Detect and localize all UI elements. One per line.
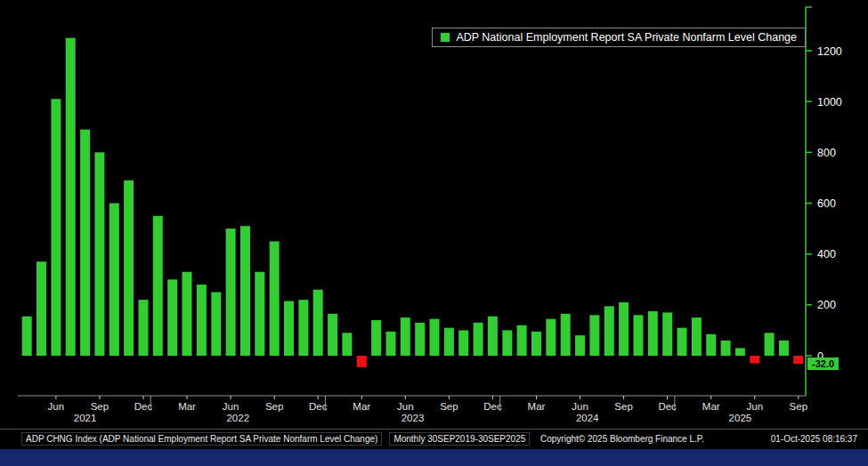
x-tick-label: Jun xyxy=(572,401,588,412)
x-year-label: 2023 xyxy=(402,413,425,423)
bar xyxy=(66,38,76,356)
bar xyxy=(575,335,585,356)
bar xyxy=(692,317,702,356)
bar xyxy=(458,330,468,356)
bar xyxy=(488,317,498,356)
x-tick-label: Mar xyxy=(528,401,546,412)
bar xyxy=(415,323,425,356)
bar xyxy=(779,341,789,356)
bar xyxy=(371,320,381,356)
bar xyxy=(430,319,440,356)
bar xyxy=(765,333,775,356)
bar xyxy=(517,325,527,356)
bar xyxy=(226,229,236,356)
bloomberg-chart-window: 020040060080010001200JunSepDecMarJunSepD… xyxy=(0,0,868,466)
bar xyxy=(211,293,221,357)
last-value-badge: -32.0 xyxy=(807,358,839,370)
bar xyxy=(255,272,264,356)
bar xyxy=(793,356,803,364)
bar xyxy=(313,290,323,356)
y-tick-label: 600 xyxy=(817,197,836,210)
bar xyxy=(110,204,119,357)
bar xyxy=(648,311,658,356)
x-year-label: 2022 xyxy=(226,413,249,423)
bar xyxy=(342,333,352,356)
status-bar: ADP CHNG Index (ADP National Employment … xyxy=(0,430,868,447)
chart-svg: 020040060080010001200JunSepDecMarJunSepD… xyxy=(0,0,868,429)
bar xyxy=(94,152,104,356)
bar xyxy=(284,301,294,357)
bar xyxy=(444,328,454,356)
y-tick-label: 200 xyxy=(817,299,836,311)
footer-divider xyxy=(0,429,868,430)
bar xyxy=(546,319,556,356)
bar xyxy=(197,285,207,356)
x-tick-label: Sep xyxy=(91,401,109,412)
x-tick-label: Sep xyxy=(440,401,458,412)
y-tick-label: 800 xyxy=(817,147,836,159)
bar xyxy=(183,272,192,356)
bar xyxy=(604,306,614,356)
timestamp: 01-Oct-2025 08:16:37 xyxy=(771,434,857,444)
bar xyxy=(677,328,687,356)
x-tick-label: Jun xyxy=(223,401,239,412)
bar xyxy=(502,330,512,356)
periodicity-range: Monthly 30SEP2019-30SEP2025 xyxy=(389,432,530,446)
bar xyxy=(124,181,134,356)
x-tick-label: Dec xyxy=(483,401,502,412)
bar xyxy=(328,314,337,356)
bar xyxy=(37,261,46,356)
bar xyxy=(750,356,759,364)
x-tick-label: Mar xyxy=(178,401,196,412)
y-tick-label: 1000 xyxy=(817,96,842,108)
bar xyxy=(153,216,163,356)
bar xyxy=(662,312,672,356)
x-tick-label: Sep xyxy=(265,401,283,412)
bar xyxy=(401,317,410,356)
x-tick-label: Sep xyxy=(614,401,632,412)
x-tick-label: Dec xyxy=(309,401,328,412)
x-year-label: 2025 xyxy=(729,413,752,423)
x-tick-label: Jun xyxy=(397,401,414,412)
x-tick-label: Dec xyxy=(658,401,677,412)
bar xyxy=(474,323,483,356)
ticker-description: ADP CHNG Index (ADP National Employment … xyxy=(21,432,382,446)
bar xyxy=(80,130,90,356)
bar xyxy=(270,241,280,356)
x-tick-label: Mar xyxy=(702,401,720,412)
y-tick-label: 1200 xyxy=(817,45,842,58)
bar xyxy=(706,334,716,356)
x-year-label: 2021 xyxy=(74,413,97,423)
legend-label: ADP National Employment Report SA Privat… xyxy=(456,31,797,44)
bar xyxy=(51,99,61,356)
footer-left-group: ADP CHNG Index (ADP National Employment … xyxy=(21,432,530,446)
x-tick-label: Sep xyxy=(790,401,807,412)
bar xyxy=(139,300,149,356)
bar xyxy=(589,315,599,356)
bar xyxy=(561,314,571,356)
bar xyxy=(167,279,177,356)
x-tick-label: Jun xyxy=(48,401,65,412)
bar xyxy=(240,226,250,356)
x-year-label: 2024 xyxy=(576,413,599,423)
bar xyxy=(22,317,32,356)
chart-legend: ADP National Employment Report SA Privat… xyxy=(432,28,806,47)
bar xyxy=(634,315,644,356)
bar xyxy=(298,300,308,356)
copyright-text: Copyright© 2025 Bloomberg Finance L.P. xyxy=(540,434,704,444)
taskbar xyxy=(0,449,868,466)
bar xyxy=(386,332,396,356)
x-tick-label: Mar xyxy=(353,401,370,412)
bar xyxy=(721,341,731,356)
bar xyxy=(735,348,745,356)
y-tick-label: 400 xyxy=(817,248,836,261)
bar xyxy=(531,332,541,356)
x-tick-label: Jun xyxy=(746,401,763,412)
legend-swatch-icon xyxy=(441,33,450,42)
bar xyxy=(357,356,367,367)
x-tick-label: Dec xyxy=(134,401,153,412)
bar xyxy=(619,302,629,356)
